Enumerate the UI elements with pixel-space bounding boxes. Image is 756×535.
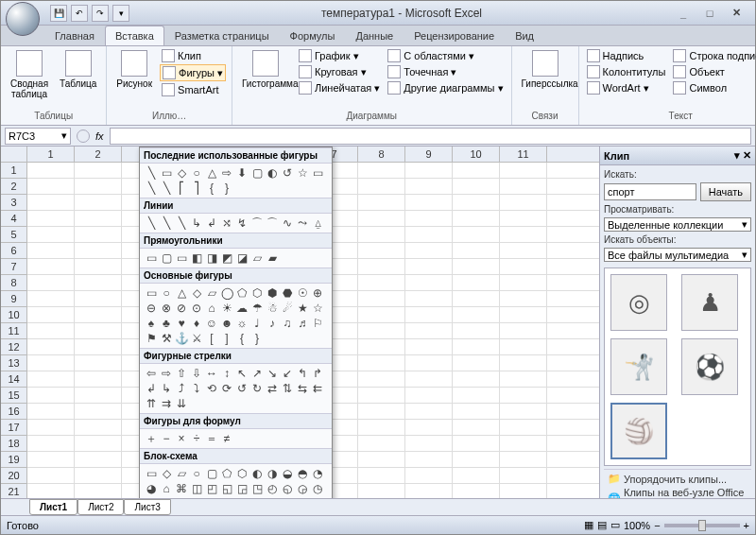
select-all-corner[interactable] xyxy=(1,147,27,163)
cell[interactable] xyxy=(358,388,405,403)
cell[interactable] xyxy=(453,195,500,210)
cell[interactable] xyxy=(358,259,405,274)
row-header[interactable]: 5 xyxy=(1,227,26,243)
cell[interactable] xyxy=(405,179,453,194)
cell[interactable] xyxy=(358,243,405,258)
shape-item[interactable]: ☂ xyxy=(249,301,265,316)
shape-item[interactable]: ▰ xyxy=(265,250,280,266)
clip-online-link[interactable]: 🌐Клипы на веб-узле Office Online xyxy=(608,487,747,498)
clip-result-3[interactable]: 🤺 xyxy=(610,338,667,395)
shape-item[interactable]: ◱ xyxy=(219,481,234,496)
cell[interactable] xyxy=(453,307,500,322)
shape-item[interactable]: ⇨ xyxy=(219,165,234,181)
qat-redo[interactable]: ↷ xyxy=(92,5,109,22)
shape-item[interactable]: ⚑ xyxy=(144,331,159,346)
col-header[interactable]: 8 xyxy=(358,147,405,162)
shape-item[interactable]: ★ xyxy=(295,301,310,316)
clip-result-4[interactable]: ⚽ xyxy=(681,338,738,395)
cell[interactable] xyxy=(358,307,405,322)
shape-item[interactable]: } xyxy=(249,331,265,346)
ribbon-tab-Данные[interactable]: Данные xyxy=(345,26,404,45)
cell[interactable] xyxy=(500,259,547,274)
cell[interactable] xyxy=(27,307,75,322)
chart-pie-button[interactable]: Круговая ▾ xyxy=(297,64,382,79)
sheet-tab[interactable]: Лист2 xyxy=(77,499,124,515)
cell[interactable] xyxy=(453,355,500,371)
cell[interactable] xyxy=(27,468,75,483)
cell[interactable] xyxy=(27,291,75,306)
cell[interactable] xyxy=(75,243,122,258)
cell[interactable] xyxy=(75,307,122,322)
shape-item[interactable]: [ xyxy=(204,331,219,346)
cell[interactable] xyxy=(500,436,547,451)
cell[interactable] xyxy=(75,355,122,371)
shape-item[interactable]: ◪ xyxy=(234,250,249,266)
shape-item[interactable]: ◶ xyxy=(295,481,310,496)
fx-icon[interactable]: fx xyxy=(95,130,104,142)
shape-item[interactable]: ⬠ xyxy=(234,285,249,301)
shape-item[interactable]: ◴ xyxy=(265,481,280,496)
clip-pane-menu[interactable]: ▾ xyxy=(734,149,740,161)
view-normal-icon[interactable]: ▦ xyxy=(584,519,593,531)
shape-item[interactable]: ⚓ xyxy=(174,331,189,346)
shape-item[interactable]: ╲ xyxy=(159,216,174,231)
cell[interactable] xyxy=(27,259,75,274)
shape-item[interactable]: ↘ xyxy=(265,366,280,381)
cell[interactable] xyxy=(358,275,405,290)
cell[interactable] xyxy=(405,227,453,242)
shape-item[interactable]: ↰ xyxy=(295,366,310,381)
cell[interactable] xyxy=(27,275,75,290)
row-header[interactable]: 18 xyxy=(1,436,26,452)
shape-item[interactable]: ⚔ xyxy=(189,331,204,346)
shape-item[interactable]: △ xyxy=(204,165,219,181)
shape-item[interactable]: ⬠ xyxy=(219,466,234,481)
shape-item[interactable]: ⇩ xyxy=(189,366,204,381)
shape-item[interactable]: ⬡ xyxy=(249,285,265,301)
row-header[interactable]: 21 xyxy=(1,484,26,498)
clip-go-button[interactable]: Начать xyxy=(700,182,751,201)
cell[interactable] xyxy=(500,371,547,387)
cell[interactable] xyxy=(27,195,75,210)
shape-item[interactable]: ↱ xyxy=(310,366,325,381)
shape-item[interactable]: ◇ xyxy=(189,285,204,301)
cell[interactable] xyxy=(358,484,405,498)
cell[interactable] xyxy=(75,420,122,435)
cell[interactable] xyxy=(500,211,547,226)
shape-item[interactable]: ◇ xyxy=(174,165,189,181)
cell[interactable] xyxy=(405,388,453,403)
clip-result-5[interactable]: 🏐 xyxy=(610,403,667,459)
cell[interactable] xyxy=(500,227,547,242)
shape-item[interactable]: △ xyxy=(174,285,189,301)
cell[interactable] xyxy=(453,259,500,274)
cell[interactable] xyxy=(453,371,500,387)
shape-item[interactable]: ◷ xyxy=(310,481,325,496)
shape-item[interactable]: ♠ xyxy=(144,316,159,331)
cell[interactable] xyxy=(27,420,75,435)
shape-item[interactable]: ◓ xyxy=(295,466,310,481)
cell[interactable] xyxy=(358,452,405,467)
view-break-icon[interactable]: ▭ xyxy=(610,519,620,531)
cell[interactable] xyxy=(453,452,500,467)
ribbon-tab-Рецензирование[interactable]: Рецензирование xyxy=(404,26,505,45)
shape-item[interactable]: ☉ xyxy=(295,285,310,301)
clip-type-select[interactable]: Все файлы мультимедиа▾ xyxy=(604,248,751,262)
wordart-button[interactable]: WordArt ▾ xyxy=(585,80,668,95)
view-layout-icon[interactable]: ▤ xyxy=(597,519,607,531)
textbox-button[interactable]: Надпись xyxy=(585,48,668,63)
cell[interactable] xyxy=(500,452,547,467)
cell[interactable] xyxy=(75,436,122,451)
shape-item[interactable]: ↺ xyxy=(280,165,295,181)
cell[interactable] xyxy=(27,227,75,242)
shape-item[interactable]: ⊘ xyxy=(174,301,189,316)
cell[interactable] xyxy=(75,227,122,242)
shape-item[interactable]: ⎤ xyxy=(189,181,204,196)
cell[interactable] xyxy=(358,227,405,242)
cell[interactable] xyxy=(75,195,122,210)
cell[interactable] xyxy=(453,420,500,435)
shape-item[interactable]: ▱ xyxy=(204,285,219,301)
cell[interactable] xyxy=(405,259,453,274)
shape-item[interactable]: ♥ xyxy=(174,316,189,331)
shape-item[interactable]: ♣ xyxy=(159,316,174,331)
cell[interactable] xyxy=(27,484,75,498)
cell[interactable] xyxy=(405,371,453,387)
